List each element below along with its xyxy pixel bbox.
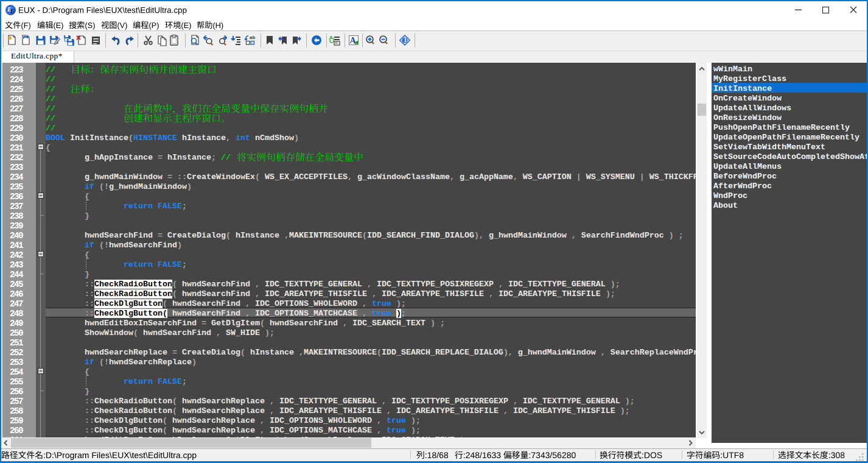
svg-text:ab: ab (250, 35, 255, 40)
svg-text:1: 1 (404, 37, 407, 43)
svg-text:U: U (10, 8, 15, 15)
